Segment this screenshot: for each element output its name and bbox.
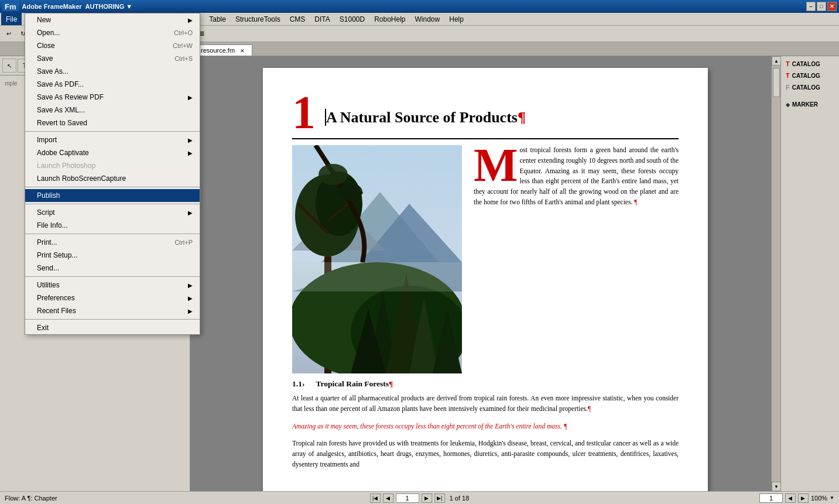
t-catalog-1-label: CATALOG [792, 61, 820, 67]
nav-first-btn[interactable]: |◀ [370, 493, 381, 503]
close-button[interactable]: ✕ [827, 2, 837, 11]
page-number-input[interactable] [396, 493, 419, 503]
app-logo: Fm [2, 2, 19, 11]
t-catalog-2-label: CATALOG [792, 73, 820, 79]
tab-resource-fm[interactable]: resource.fm ✕ [193, 44, 252, 56]
menu-s1000d[interactable]: S1000D [335, 13, 369, 25]
menu-new[interactable]: New ▶ [25, 13, 200, 26]
menu-table[interactable]: Table [204, 13, 231, 25]
section-title: Tropical Rain Forests¶ [316, 379, 393, 388]
menu-launch-photoshop: Launch Photoshop [25, 159, 200, 172]
f-catalog-label: CATALOG [792, 84, 820, 91]
section-num: 1.1› [292, 379, 304, 388]
statusbar: Flow: A ¶: Chapter |◀ ◀ ▶ ▶| 1 of 18 ◀ ▶… [0, 491, 839, 504]
t-catalog-1-icon: T [786, 60, 790, 67]
drop-cap: M [474, 148, 518, 183]
doc-page: 1 A Natural Source of Products¶ [263, 68, 708, 491]
panel-marker[interactable]: ◆ MARKER [783, 100, 837, 109]
panel-t-catalog-1[interactable]: T CATALOG [783, 59, 837, 69]
menu-exit[interactable]: Exit [25, 321, 200, 334]
doc-area[interactable]: 1 A Natural Source of Products¶ [190, 56, 780, 491]
menu-save-as[interactable]: Save As... [25, 65, 200, 78]
nav-next-btn[interactable]: ▶ [422, 493, 432, 503]
zoom-input[interactable] [759, 493, 783, 503]
marker-label: MARKER [792, 101, 818, 108]
titlebar: Fm Adobe FrameMaker AUTHORING ▼ – □ ✕ [0, 0, 839, 13]
zoom-level: 100% [811, 495, 827, 502]
svg-point-16 [319, 164, 348, 185]
svg-rect-18 [292, 262, 462, 292]
menu-open[interactable]: Open... Ctrl+O [25, 26, 200, 39]
menu-dita[interactable]: DITA [310, 13, 334, 25]
status-flow: Flow: A ¶: Chapter [5, 495, 57, 502]
menu-file[interactable]: File [1, 13, 22, 25]
menu-cms[interactable]: CMS [285, 13, 310, 25]
scroll-thumb[interactable] [773, 68, 780, 97]
sep-3 [25, 204, 200, 204]
doc-para2: At least a quarter of all pharmaceutical… [292, 393, 679, 414]
statusbar-nav: |◀ ◀ ▶ ▶| 1 of 18 [370, 493, 470, 503]
t-catalog-2-icon: T [786, 72, 790, 79]
zoom-next-btn[interactable]: ▶ [798, 493, 809, 503]
menu-script[interactable]: Script ▶ [25, 206, 200, 219]
menu-revert[interactable]: Revert to Saved [25, 116, 200, 129]
nav-prev-btn[interactable]: ◀ [383, 493, 393, 503]
menu-save-as-xml[interactable]: Save As XML... [25, 104, 200, 116]
doc-para3: Tropical rain forests have provided us w… [292, 438, 679, 469]
doc-image [292, 145, 462, 373]
menu-publish[interactable]: Publish [25, 189, 200, 202]
menu-help[interactable]: Help [444, 13, 468, 25]
sep-6 [25, 319, 200, 320]
tab-close-icon[interactable]: ✕ [240, 48, 245, 54]
panel-spacer [783, 94, 837, 98]
doc-intro-para: M ost tropical forests form a green band… [474, 145, 679, 208]
menu-utilities[interactable]: Utilities ▶ [25, 279, 200, 292]
menu-print[interactable]: Print... Ctrl+P [25, 236, 200, 249]
zoom-prev-btn[interactable]: ◀ [785, 493, 796, 503]
panel-t-catalog-2[interactable]: T CATALOG [783, 70, 837, 81]
right-panel: T CATALOG T CATALOG F CATALOG ◆ MARKER [780, 56, 839, 491]
titlebar-controls: – □ ✕ [806, 2, 837, 11]
menu-import[interactable]: Import ▶ [25, 133, 200, 146]
menu-preferences[interactable]: Preferences ▶ [25, 292, 200, 304]
marker-icon: ◆ [786, 102, 790, 108]
menu-window[interactable]: Window [410, 13, 445, 25]
menu-close[interactable]: Close Ctrl+W [25, 39, 200, 52]
scroll-down-btn[interactable]: ▼ [772, 482, 780, 491]
tab-label: resource.fm [201, 47, 235, 54]
svg-point-17 [339, 183, 362, 201]
f-catalog-icon: F [786, 84, 790, 91]
menu-save-as-review-pdf[interactable]: Save As Review PDF ▶ [25, 91, 200, 104]
section-heading: 1.1› Tropical Rain Forests¶ [292, 379, 679, 389]
menu-structuretools[interactable]: StructureTools [231, 13, 285, 25]
doc-scrollbar[interactable]: ▲ ▼ [771, 56, 780, 491]
toolbar-btn-1[interactable]: ↩ [2, 28, 15, 40]
menu-print-setup[interactable]: Print Setup... [25, 249, 200, 262]
scroll-up-btn[interactable]: ▲ [772, 56, 780, 66]
doc-red-para: Amazing as it may seem, these forests oc… [292, 421, 679, 432]
chapter-title: A Natural Source of Products¶ [325, 91, 526, 126]
menu-save[interactable]: Save Ctrl+S [25, 52, 200, 65]
minimize-button[interactable]: – [806, 2, 816, 11]
file-menu: New ▶ Open... Ctrl+O Close Ctrl+W Save C… [25, 13, 200, 335]
menu-send[interactable]: Send... [25, 262, 200, 275]
tool-arrow[interactable]: ↖ [2, 59, 16, 73]
menu-save-as-pdf[interactable]: Save As PDF... [25, 78, 200, 91]
menu-launch-roboscreen[interactable]: Launch RoboScreenCapture [25, 172, 200, 185]
chapter-number: 1 [292, 91, 316, 133]
zoom-dropdown-icon[interactable]: ▼ [830, 495, 834, 500]
maximize-button[interactable]: □ [817, 2, 826, 11]
scroll-track [772, 66, 780, 482]
page-total: 1 of 18 [450, 495, 470, 502]
menu-recent-files[interactable]: Recent Files ▶ [25, 304, 200, 317]
menu-adobe-captivate[interactable]: Adobe Captivate ▶ [25, 146, 200, 159]
chapter-header: 1 A Natural Source of Products¶ [292, 91, 679, 139]
menu-robohelp[interactable]: RoboHelp [369, 13, 410, 25]
nav-last-btn[interactable]: ▶| [434, 493, 445, 503]
authoring-mode: AUTHORING ▼ [85, 3, 133, 10]
menu-file-info[interactable]: File Info... [25, 219, 200, 232]
app-title: Adobe FrameMaker [22, 3, 82, 10]
panel-f-catalog[interactable]: F CATALOG [783, 82, 837, 92]
titlebar-left: Fm Adobe FrameMaker AUTHORING ▼ [2, 2, 167, 11]
sep-2 [25, 187, 200, 187]
